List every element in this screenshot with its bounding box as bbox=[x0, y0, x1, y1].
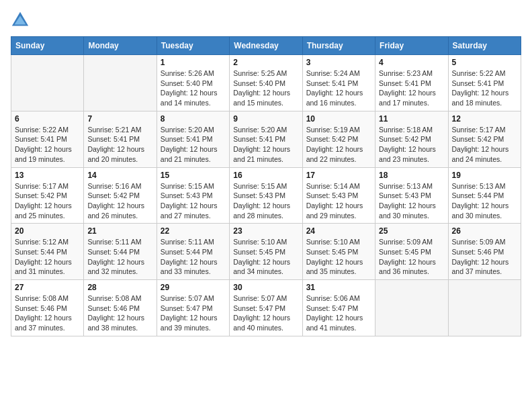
calendar-cell bbox=[11, 55, 84, 111]
weekday-header-thursday: Thursday bbox=[302, 37, 375, 55]
calendar-table: SundayMondayTuesdayWednesdayThursdayFrid… bbox=[11, 36, 521, 336]
day-info: Sunrise: 5:11 AM Sunset: 5:44 PM Dayligh… bbox=[87, 237, 152, 277]
calendar-cell: 29Sunrise: 5:07 AM Sunset: 5:47 PM Dayli… bbox=[157, 280, 229, 336]
calendar-cell: 1Sunrise: 5:26 AM Sunset: 5:40 PM Daylig… bbox=[157, 55, 229, 111]
day-info: Sunrise: 5:11 AM Sunset: 5:44 PM Dayligh… bbox=[161, 237, 226, 277]
calendar-cell: 16Sunrise: 5:15 AM Sunset: 5:43 PM Dayli… bbox=[230, 167, 302, 224]
calendar-cell: 24Sunrise: 5:10 AM Sunset: 5:45 PM Dayli… bbox=[302, 224, 375, 280]
calendar-week-row: 20Sunrise: 5:12 AM Sunset: 5:44 PM Dayli… bbox=[11, 224, 521, 280]
day-number: 12 bbox=[452, 114, 517, 124]
day-info: Sunrise: 5:14 AM Sunset: 5:43 PM Dayligh… bbox=[306, 181, 371, 221]
day-number: 5 bbox=[452, 58, 517, 67]
day-info: Sunrise: 5:13 AM Sunset: 5:44 PM Dayligh… bbox=[452, 181, 517, 221]
calendar-header-row: SundayMondayTuesdayWednesdayThursdayFrid… bbox=[11, 37, 521, 55]
calendar-cell bbox=[448, 280, 521, 336]
day-info: Sunrise: 5:21 AM Sunset: 5:41 PM Dayligh… bbox=[87, 125, 152, 165]
calendar-week-row: 27Sunrise: 5:08 AM Sunset: 5:46 PM Dayli… bbox=[11, 280, 521, 336]
day-info: Sunrise: 5:24 AM Sunset: 5:41 PM Dayligh… bbox=[306, 68, 371, 108]
day-info: Sunrise: 5:19 AM Sunset: 5:42 PM Dayligh… bbox=[306, 125, 371, 165]
calendar-cell: 12Sunrise: 5:17 AM Sunset: 5:42 PM Dayli… bbox=[448, 111, 521, 167]
day-number: 3 bbox=[306, 58, 371, 67]
calendar-cell: 17Sunrise: 5:14 AM Sunset: 5:43 PM Dayli… bbox=[302, 167, 375, 224]
day-number: 20 bbox=[15, 226, 80, 236]
day-info: Sunrise: 5:22 AM Sunset: 5:41 PM Dayligh… bbox=[15, 125, 80, 165]
day-number: 9 bbox=[233, 114, 298, 124]
calendar-cell: 14Sunrise: 5:16 AM Sunset: 5:42 PM Dayli… bbox=[84, 167, 157, 224]
day-info: Sunrise: 5:20 AM Sunset: 5:41 PM Dayligh… bbox=[161, 125, 226, 165]
day-info: Sunrise: 5:20 AM Sunset: 5:41 PM Dayligh… bbox=[233, 125, 298, 165]
day-info: Sunrise: 5:09 AM Sunset: 5:46 PM Dayligh… bbox=[452, 237, 517, 277]
day-number: 24 bbox=[306, 226, 371, 236]
calendar-cell: 22Sunrise: 5:11 AM Sunset: 5:44 PM Dayli… bbox=[157, 224, 229, 280]
calendar-cell: 23Sunrise: 5:10 AM Sunset: 5:45 PM Dayli… bbox=[230, 224, 302, 280]
day-number: 11 bbox=[379, 114, 444, 124]
calendar-cell: 21Sunrise: 5:11 AM Sunset: 5:44 PM Dayli… bbox=[84, 224, 157, 280]
calendar-cell bbox=[375, 280, 448, 336]
calendar-cell: 8Sunrise: 5:20 AM Sunset: 5:41 PM Daylig… bbox=[157, 111, 229, 167]
day-number: 10 bbox=[306, 114, 371, 124]
day-number: 28 bbox=[87, 283, 152, 292]
day-info: Sunrise: 5:09 AM Sunset: 5:45 PM Dayligh… bbox=[379, 237, 444, 277]
day-number: 25 bbox=[379, 226, 444, 236]
day-info: Sunrise: 5:23 AM Sunset: 5:41 PM Dayligh… bbox=[379, 68, 444, 108]
calendar-cell: 10Sunrise: 5:19 AM Sunset: 5:42 PM Dayli… bbox=[302, 111, 375, 167]
calendar-cell: 5Sunrise: 5:22 AM Sunset: 5:41 PM Daylig… bbox=[448, 55, 521, 111]
day-info: Sunrise: 5:15 AM Sunset: 5:43 PM Dayligh… bbox=[233, 181, 298, 221]
day-number: 27 bbox=[15, 283, 80, 292]
weekday-header-tuesday: Tuesday bbox=[157, 37, 229, 55]
day-number: 23 bbox=[233, 226, 298, 236]
day-number: 1 bbox=[161, 58, 226, 67]
calendar-week-row: 1Sunrise: 5:26 AM Sunset: 5:40 PM Daylig… bbox=[11, 55, 521, 111]
calendar-cell: 25Sunrise: 5:09 AM Sunset: 5:45 PM Dayli… bbox=[375, 224, 448, 280]
day-info: Sunrise: 5:10 AM Sunset: 5:45 PM Dayligh… bbox=[233, 237, 298, 277]
calendar-cell: 9Sunrise: 5:20 AM Sunset: 5:41 PM Daylig… bbox=[230, 111, 302, 167]
calendar-cell: 28Sunrise: 5:08 AM Sunset: 5:46 PM Dayli… bbox=[84, 280, 157, 336]
day-number: 4 bbox=[379, 58, 444, 67]
calendar-cell: 4Sunrise: 5:23 AM Sunset: 5:41 PM Daylig… bbox=[375, 55, 448, 111]
weekday-header-sunday: Sunday bbox=[11, 37, 84, 55]
day-number: 15 bbox=[161, 171, 226, 180]
calendar-week-row: 6Sunrise: 5:22 AM Sunset: 5:41 PM Daylig… bbox=[11, 111, 521, 167]
calendar-cell: 6Sunrise: 5:22 AM Sunset: 5:41 PM Daylig… bbox=[11, 111, 84, 167]
calendar-cell bbox=[84, 55, 157, 111]
day-number: 18 bbox=[379, 171, 444, 180]
weekday-header-wednesday: Wednesday bbox=[230, 37, 302, 55]
calendar-cell: 27Sunrise: 5:08 AM Sunset: 5:46 PM Dayli… bbox=[11, 280, 84, 336]
day-info: Sunrise: 5:17 AM Sunset: 5:42 PM Dayligh… bbox=[452, 125, 517, 165]
day-number: 2 bbox=[233, 58, 298, 67]
day-number: 19 bbox=[452, 171, 517, 180]
day-info: Sunrise: 5:07 AM Sunset: 5:47 PM Dayligh… bbox=[161, 293, 226, 333]
calendar-cell: 31Sunrise: 5:06 AM Sunset: 5:47 PM Dayli… bbox=[302, 280, 375, 336]
day-number: 31 bbox=[306, 283, 371, 292]
calendar-cell: 26Sunrise: 5:09 AM Sunset: 5:46 PM Dayli… bbox=[448, 224, 521, 280]
day-info: Sunrise: 5:13 AM Sunset: 5:43 PM Dayligh… bbox=[379, 181, 444, 221]
day-number: 26 bbox=[452, 226, 517, 236]
day-number: 13 bbox=[15, 171, 80, 180]
calendar-cell: 3Sunrise: 5:24 AM Sunset: 5:41 PM Daylig… bbox=[302, 55, 375, 111]
day-number: 30 bbox=[233, 283, 298, 292]
day-number: 7 bbox=[87, 114, 152, 124]
day-info: Sunrise: 5:07 AM Sunset: 5:47 PM Dayligh… bbox=[233, 293, 298, 333]
day-info: Sunrise: 5:22 AM Sunset: 5:41 PM Dayligh… bbox=[452, 68, 517, 108]
calendar-week-row: 13Sunrise: 5:17 AM Sunset: 5:42 PM Dayli… bbox=[11, 167, 521, 224]
calendar-cell: 7Sunrise: 5:21 AM Sunset: 5:41 PM Daylig… bbox=[84, 111, 157, 167]
weekday-header-friday: Friday bbox=[375, 37, 448, 55]
day-number: 14 bbox=[87, 171, 152, 180]
weekday-header-monday: Monday bbox=[84, 37, 157, 55]
logo bbox=[11, 11, 32, 30]
day-number: 22 bbox=[161, 226, 226, 236]
day-info: Sunrise: 5:17 AM Sunset: 5:42 PM Dayligh… bbox=[15, 181, 80, 221]
page-header bbox=[11, 11, 521, 30]
day-number: 16 bbox=[233, 171, 298, 180]
day-number: 17 bbox=[306, 171, 371, 180]
day-info: Sunrise: 5:26 AM Sunset: 5:40 PM Dayligh… bbox=[161, 68, 226, 108]
calendar-cell: 18Sunrise: 5:13 AM Sunset: 5:43 PM Dayli… bbox=[375, 167, 448, 224]
calendar-cell: 20Sunrise: 5:12 AM Sunset: 5:44 PM Dayli… bbox=[11, 224, 84, 280]
day-info: Sunrise: 5:06 AM Sunset: 5:47 PM Dayligh… bbox=[306, 293, 371, 333]
calendar-cell: 2Sunrise: 5:25 AM Sunset: 5:40 PM Daylig… bbox=[230, 55, 302, 111]
calendar-cell: 15Sunrise: 5:15 AM Sunset: 5:43 PM Dayli… bbox=[157, 167, 229, 224]
weekday-header-saturday: Saturday bbox=[448, 37, 521, 55]
day-info: Sunrise: 5:16 AM Sunset: 5:42 PM Dayligh… bbox=[87, 181, 152, 221]
day-number: 6 bbox=[15, 114, 80, 124]
day-info: Sunrise: 5:12 AM Sunset: 5:44 PM Dayligh… bbox=[15, 237, 80, 277]
